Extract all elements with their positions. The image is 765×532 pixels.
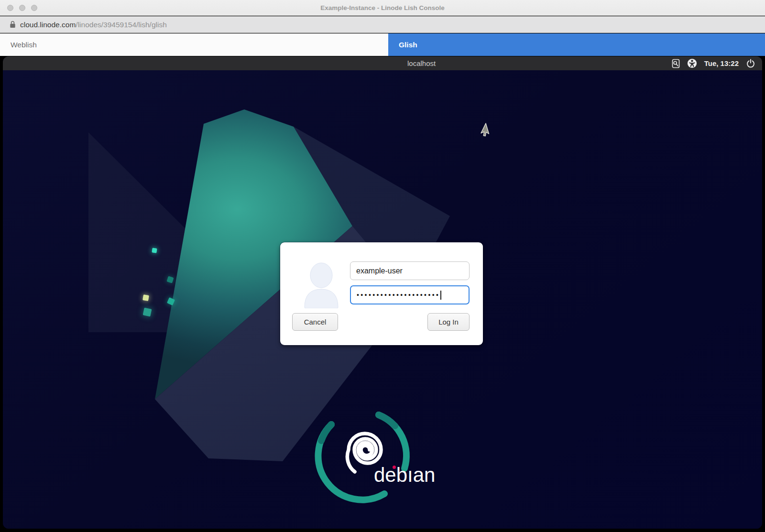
debian-i-dot	[393, 466, 396, 469]
top-bar-status-area: Tue, 13:22	[672, 56, 755, 70]
desktop: example-user ••••••••••••••••••••• Cance…	[3, 70, 762, 529]
lish-tab-bar: Weblish Glish	[0, 33, 765, 56]
window-title: Example-Instance - Linode Lish Console	[0, 0, 765, 16]
vm-screen[interactable]: localhost Tue, 13:22	[3, 56, 762, 529]
gnome-top-bar: localhost Tue, 13:22	[3, 56, 762, 70]
username-input[interactable]: example-user	[350, 261, 470, 280]
user-avatar	[303, 262, 339, 308]
wallpaper-spark	[152, 248, 157, 253]
address-text[interactable]: cloud.linode.com/linodes/39459154/lish/g…	[20, 16, 167, 33]
browser-window: Example-Instance - Linode Lish Console c…	[0, 0, 765, 532]
debian-wordmark: debıan	[374, 464, 435, 487]
debian-logo: debıan	[301, 399, 445, 529]
url-host: cloud.linode.com	[20, 21, 76, 29]
login-dialog: example-user ••••••••••••••••••••• Cance…	[280, 242, 483, 345]
power-icon[interactable]	[746, 58, 755, 68]
password-input[interactable]: •••••••••••••••••••••	[350, 285, 470, 304]
debian-word-post: an	[413, 464, 436, 486]
lock-icon	[10, 21, 16, 28]
screen-magnifier-icon[interactable]	[672, 59, 680, 68]
tab-weblish[interactable]: Weblish	[0, 33, 388, 56]
url-path: /linodes/39459154/lish/glish	[76, 21, 166, 29]
text-caret	[440, 291, 441, 300]
console-area: localhost Tue, 13:22	[0, 56, 765, 532]
debian-word-pre: deb	[374, 464, 407, 486]
titlebar: Example-Instance - Linode Lish Console	[0, 0, 765, 16]
login-button[interactable]: Log In	[427, 313, 470, 331]
debian-word-i: ı	[407, 464, 413, 486]
cancel-button[interactable]: Cancel	[292, 313, 338, 331]
accessibility-icon[interactable]	[687, 58, 697, 68]
wallpaper-spark	[143, 308, 152, 317]
mouse-cursor-icon	[479, 123, 492, 139]
wallpaper-spark	[142, 294, 149, 301]
password-masked-value: •••••••••••••••••••••	[357, 286, 440, 304]
url-bar[interactable]: cloud.linode.com/linodes/39459154/lish/g…	[0, 16, 765, 33]
debian-swirl-icon	[301, 399, 426, 514]
tab-glish[interactable]: Glish	[388, 33, 765, 56]
clock-label[interactable]: Tue, 13:22	[704, 59, 739, 67]
hostname-label: localhost	[407, 56, 436, 70]
